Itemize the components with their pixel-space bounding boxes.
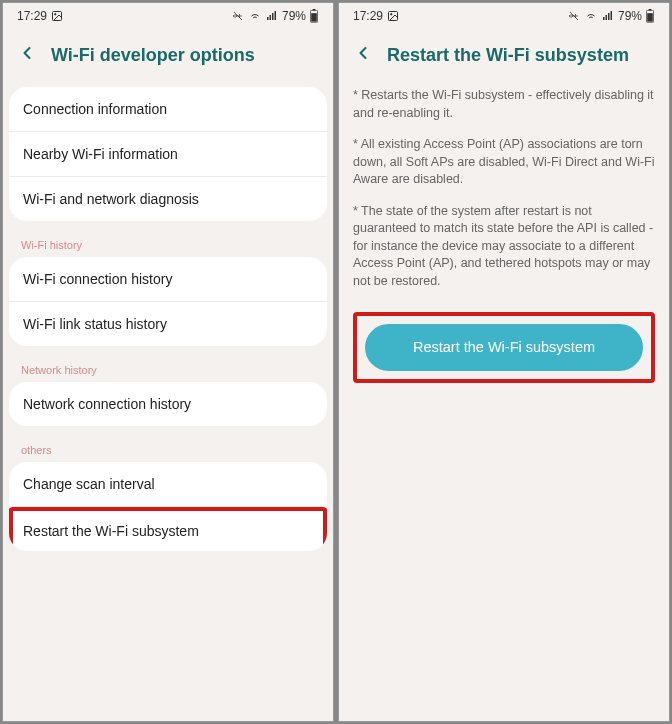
section-network-history: Network history	[3, 354, 333, 382]
status-time: 17:29	[353, 9, 383, 23]
group-general: Connection information Nearby Wi-Fi info…	[9, 87, 327, 221]
vibrate-icon	[231, 10, 245, 22]
wifi-icon	[248, 10, 262, 22]
svg-point-10	[391, 14, 393, 16]
page-title: Wi-Fi developer options	[51, 45, 255, 66]
item-change-scan-interval[interactable]: Change scan interval	[9, 462, 327, 507]
vibrate-icon	[567, 10, 581, 22]
item-wifi-link-history[interactable]: Wi-Fi link status history	[9, 302, 327, 346]
svg-rect-13	[608, 13, 610, 20]
item-connection-info[interactable]: Connection information	[9, 87, 327, 132]
header: Restart the Wi-Fi subsystem	[339, 29, 669, 87]
group-wifi-history: Wi-Fi connection history Wi-Fi link stat…	[9, 257, 327, 346]
status-bar: 17:29 79%	[339, 3, 669, 29]
item-wifi-conn-history[interactable]: Wi-Fi connection history	[9, 257, 327, 302]
svg-rect-4	[272, 13, 274, 20]
desc-para-3: * The state of the system after restart …	[353, 203, 655, 291]
desc-para-1: * Restarts the Wi-Fi subsystem - effecti…	[353, 87, 655, 122]
svg-rect-2	[267, 17, 269, 20]
svg-rect-3	[269, 15, 271, 20]
signal-icon	[265, 10, 279, 22]
back-icon[interactable]	[17, 43, 37, 67]
left-screenshot: 17:29 79% Wi-Fi developer options	[2, 2, 334, 722]
item-wifi-diagnosis[interactable]: Wi-Fi and network diagnosis	[9, 177, 327, 221]
svg-point-1	[55, 14, 57, 16]
status-bar: 17:29 79%	[3, 3, 333, 29]
page-title: Restart the Wi-Fi subsystem	[387, 45, 629, 66]
restart-wifi-button[interactable]: Restart the Wi-Fi subsystem	[365, 324, 643, 371]
battery-pct: 79%	[282, 9, 306, 23]
wifi-icon	[584, 10, 598, 22]
svg-rect-8	[311, 13, 317, 21]
signal-icon	[601, 10, 615, 22]
settings-list[interactable]: Connection information Nearby Wi-Fi info…	[3, 87, 333, 721]
desc-para-2: * All existing Access Point (AP) associa…	[353, 136, 655, 189]
group-others: Change scan interval Restart the Wi-Fi s…	[9, 462, 327, 551]
highlight-box: Restart the Wi-Fi subsystem	[353, 312, 655, 383]
back-icon[interactable]	[353, 43, 373, 67]
battery-pct: 79%	[618, 9, 642, 23]
svg-rect-14	[610, 11, 612, 20]
svg-rect-11	[603, 17, 605, 20]
section-wifi-history: Wi-Fi history	[3, 229, 333, 257]
section-others: others	[3, 434, 333, 462]
svg-rect-17	[647, 13, 653, 21]
item-nearby-wifi[interactable]: Nearby Wi-Fi information	[9, 132, 327, 177]
svg-rect-12	[605, 15, 607, 20]
group-network-history: Network connection history	[9, 382, 327, 426]
image-icon	[51, 10, 63, 22]
svg-rect-5	[274, 11, 276, 20]
battery-icon	[309, 9, 319, 23]
image-icon	[387, 10, 399, 22]
battery-icon	[645, 9, 655, 23]
status-time: 17:29	[17, 9, 47, 23]
detail-content: * Restarts the Wi-Fi subsystem - effecti…	[339, 87, 669, 721]
header: Wi-Fi developer options	[3, 29, 333, 87]
right-screenshot: 17:29 79% Restart the Wi-Fi subsyste	[338, 2, 670, 722]
item-net-conn-history[interactable]: Network connection history	[9, 382, 327, 426]
item-restart-wifi-subsystem[interactable]: Restart the Wi-Fi subsystem	[9, 507, 327, 551]
